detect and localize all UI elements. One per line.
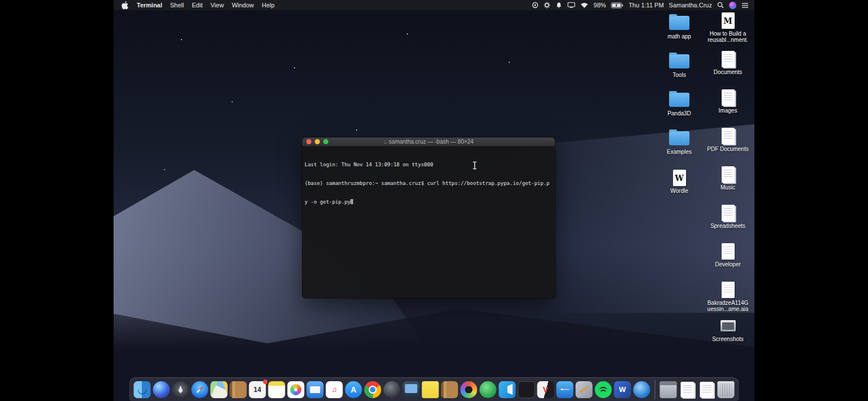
desktop-icon-documents[interactable]: Documents	[704, 51, 752, 89]
terminal-content[interactable]: Last login: Thu Nov 14 13:09:18 on ttys0…	[302, 146, 555, 298]
dock-icon-glyph	[268, 381, 285, 398]
dock-app-icon	[288, 381, 305, 398]
dock-app-icon	[172, 381, 189, 398]
dock-icon-glyph	[480, 381, 497, 398]
dock-icon-glyph	[172, 381, 189, 398]
desktop-icon-spreadsheets[interactable]: Spreadsheets	[704, 205, 752, 243]
menu-edit[interactable]: Edit	[192, 2, 203, 8]
dock-icon-glyph	[499, 381, 516, 398]
dock-icon-v-app[interactable]: V	[537, 381, 554, 398]
dock-icon-mail[interactable]	[307, 381, 324, 398]
desktop-icon-bakradze-aia[interactable]: BakradzeA114G uessin...ame.aia	[704, 282, 752, 320]
dock-icon-minimized-window[interactable]	[660, 381, 677, 398]
dock-icon-design-app[interactable]	[576, 381, 593, 398]
terminal-window[interactable]: samantha.cruz — -bash — 80×24 Last login…	[302, 137, 555, 298]
dock-icon-music-disc-app[interactable]	[461, 381, 478, 398]
dock-icon-word[interactable]: W	[614, 381, 631, 398]
menu-view[interactable]: View	[210, 2, 224, 8]
dock-file-icon	[718, 381, 735, 398]
dock-icon-photos[interactable]	[288, 381, 305, 398]
desktop-icon-panda3d[interactable]: Panda3D	[655, 93, 704, 131]
dock-icon-music[interactable]: ♫	[326, 381, 343, 398]
desktop-icon-label: Screenshots	[712, 336, 744, 342]
dock-icon-glyph	[153, 381, 170, 398]
dock-icon-glyph	[461, 381, 478, 398]
desktop-icon-examples[interactable]: Examples	[655, 131, 704, 170]
desktop-icon-music[interactable]: Music	[704, 166, 752, 205]
siri-icon[interactable]	[729, 2, 736, 9]
desktop-icon-tools[interactable]: Tools	[655, 54, 704, 93]
desktop-icon-label: Images	[719, 107, 737, 114]
dock-file-icon	[700, 382, 714, 398]
desktop-icon-glyph	[669, 16, 689, 30]
menu-window[interactable]: Window	[232, 2, 254, 8]
dock-icon-trash[interactable]	[718, 381, 735, 398]
terminal-title-bar[interactable]: samantha.cruz — -bash — 80×24	[302, 137, 555, 146]
desktop-icon-math-app[interactable]: math app	[655, 16, 704, 54]
dock-icon-stickies[interactable]	[422, 381, 439, 398]
minimize-button[interactable]	[315, 139, 320, 144]
desktop-icon-image: W	[673, 170, 686, 186]
desktop-icon-developer[interactable]: Developer	[704, 243, 752, 282]
window-title: samantha.cruz — -bash — 80×24	[302, 139, 555, 145]
desktop-icon-wordle[interactable]: W Wordle	[655, 170, 704, 208]
wifi-icon[interactable]	[580, 2, 588, 8]
dock-icon-display-app[interactable]	[403, 381, 420, 398]
dock-icon-contacts[interactable]	[230, 381, 247, 398]
dock-icon-maps[interactable]	[211, 381, 228, 398]
dock-icon-glyph: 14	[249, 381, 266, 398]
menu-bar: Terminal ShellEditViewWindowHelp 98% Thu…	[114, 0, 754, 10]
dock-app-icon	[480, 381, 497, 398]
dock-icon-glyph	[364, 381, 381, 398]
desktop-icon-images[interactable]: Images	[704, 89, 752, 128]
dock-app-icon	[364, 381, 381, 398]
dock-icon-documents-stack[interactable]	[698, 381, 715, 398]
dock-icon-glyph	[384, 381, 401, 398]
desktop-icon-how-to-build[interactable]: M How to Build a reusabl...nment.	[704, 12, 752, 51]
dock-icon-app-store[interactable]: A	[345, 381, 362, 398]
zoom-button[interactable]	[323, 139, 328, 144]
dock-icon-vscode[interactable]	[499, 381, 516, 398]
dock-icon-blue-swirl-app[interactable]	[633, 381, 650, 398]
menu-help[interactable]: Help	[262, 2, 275, 8]
dock-icon-glyph	[557, 381, 574, 398]
desktop-icon-glyph: M	[722, 12, 735, 29]
active-app-menu[interactable]: Terminal	[137, 2, 162, 8]
dock-icon-glyph: W	[614, 381, 631, 398]
dock-icon-notes[interactable]	[268, 381, 285, 398]
dock-icon-siri[interactable]	[153, 381, 170, 398]
display-icon[interactable]	[567, 2, 575, 8]
dock-icon-calendar[interactable]: 14	[249, 381, 266, 398]
menu-shell[interactable]: Shell	[170, 2, 184, 8]
spotlight-search-icon[interactable]	[717, 2, 724, 8]
close-button[interactable]	[306, 139, 311, 144]
dock: 14	[129, 377, 739, 401]
dock-icon-chrome[interactable]	[364, 381, 381, 398]
dock-icon-dictionary[interactable]	[441, 381, 458, 398]
dock-icon-gray-circle-app[interactable]	[384, 381, 401, 398]
apple-menu[interactable]	[121, 1, 129, 10]
dock-icon-green-circle-app[interactable]	[480, 381, 497, 398]
battery-icon[interactable]	[611, 2, 623, 8]
dock-icon-downloads-stack[interactable]	[679, 381, 696, 398]
screen-record-icon[interactable]	[532, 2, 539, 8]
desktop-icon-glyph	[722, 282, 735, 298]
dock-icon-glyph	[576, 381, 593, 398]
dock-icon-spotify[interactable]	[595, 381, 612, 398]
desktop-icon-screenshots[interactable]: Screenshots	[704, 320, 752, 359]
notification-bell-icon[interactable]	[555, 2, 562, 8]
dock-icon-terminal[interactable]	[518, 381, 535, 398]
gear-icon[interactable]	[544, 2, 550, 8]
dock-icon-glyph	[422, 381, 439, 398]
desktop-icon-image	[669, 16, 689, 30]
menu-bar-user[interactable]: Samantha.Cruz	[669, 2, 712, 8]
dock-icon-launchpad[interactable]	[172, 381, 189, 398]
notification-center-icon[interactable]	[741, 2, 749, 8]
dock-icon-blue-arrows-app[interactable]	[557, 381, 574, 398]
dock-icon-safari[interactable]	[192, 381, 209, 398]
desktop-icon-pdf-documents[interactable]: PDF Documents	[704, 128, 752, 166]
desktop-icon-glyph	[722, 89, 735, 106]
dock-icon-finder[interactable]	[134, 381, 151, 398]
dock-separator	[655, 380, 656, 399]
menu-bar-clock[interactable]: Thu 1:11 PM	[628, 2, 663, 8]
